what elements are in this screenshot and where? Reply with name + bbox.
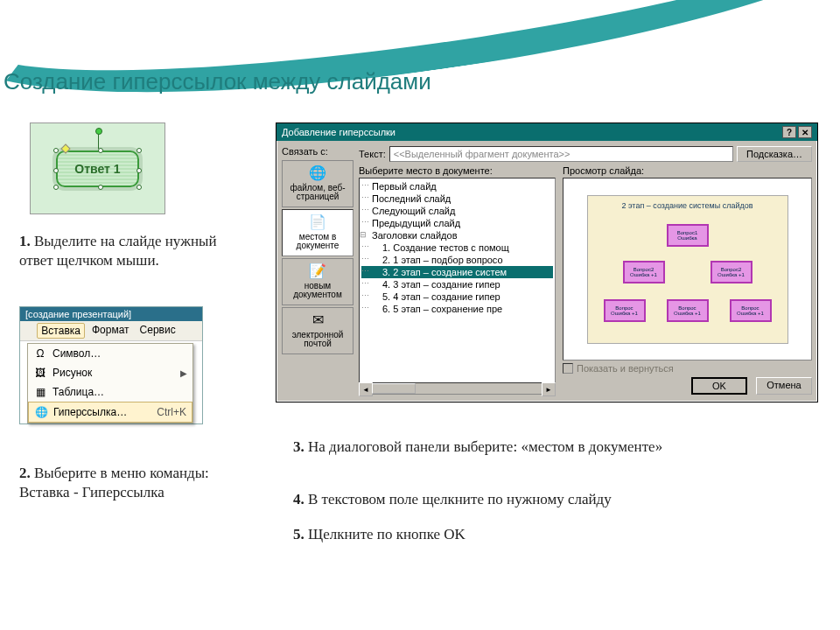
menu-format[interactable]: Формат bbox=[88, 323, 133, 339]
show-return-label: Показать и вернуться bbox=[577, 363, 674, 374]
tree-slide-item[interactable]: 2. 1 этап – подбор вопросо bbox=[361, 254, 553, 266]
page-title: Создание гиперссылок между слайдами bbox=[4, 68, 431, 95]
adjust-handle-icon bbox=[60, 144, 70, 153]
file-web-icon: 🌐 bbox=[309, 166, 326, 182]
slide-card: Вопрос2Ошибка +1 bbox=[623, 261, 665, 284]
symbol-icon: Ω bbox=[33, 346, 47, 360]
text-label: Текст: bbox=[359, 149, 386, 159]
app-titlebar: [создание презентаций] bbox=[20, 307, 202, 321]
dialog-title: Добавление гиперссылки bbox=[282, 127, 396, 137]
tree-slide-item[interactable]: 1. Создание тестов с помощ bbox=[361, 242, 553, 254]
insert-menu-screenshot: [создание презентаций] Вставка Формат Се… bbox=[19, 306, 203, 424]
nav-place-in-doc[interactable]: 📄 местом в документе bbox=[282, 209, 354, 256]
tree-slide-item[interactable]: 5. 4 этап – создание гипер bbox=[361, 290, 553, 303]
nav-email[interactable]: ✉ электронной почтой bbox=[282, 307, 354, 354]
ok-button[interactable]: OK bbox=[691, 377, 747, 395]
insert-dropdown: Ω Символ… 🖼 Рисунок ▶ ▦ Таблица… 🌐 Гипер… bbox=[27, 343, 193, 424]
place-in-doc-icon: 📄 bbox=[309, 215, 326, 231]
cancel-button[interactable]: Отмена bbox=[756, 377, 812, 395]
tree-node-first[interactable]: Первый слайд bbox=[361, 180, 553, 192]
menu-insert[interactable]: Вставка bbox=[37, 323, 85, 339]
resize-handle-icon bbox=[53, 185, 59, 190]
answer-shape: Ответ 1 bbox=[56, 150, 139, 187]
tree-h-scrollbar[interactable] bbox=[359, 382, 556, 395]
resize-handle-icon bbox=[98, 185, 103, 190]
menubar: Вставка Формат Сервис bbox=[20, 321, 202, 341]
preview-label: Просмотр слайда: bbox=[563, 165, 812, 176]
help-button[interactable]: ? bbox=[782, 126, 796, 138]
tree-slide-item-selected[interactable]: 3. 2 этап – создание систем bbox=[361, 266, 553, 278]
new-doc-icon: 📝 bbox=[309, 264, 326, 280]
place-tree[interactable]: Первый слайд Последний слайд Следующий с… bbox=[359, 178, 556, 383]
tree-label: Выберите место в документе: bbox=[359, 165, 556, 176]
email-icon: ✉ bbox=[309, 313, 326, 329]
step-1-text: 1. Выделите на слайде нужный ответ щелчк… bbox=[19, 232, 220, 270]
table-icon: ▦ bbox=[33, 385, 47, 399]
menu-item-table[interactable]: ▦ Таблица… bbox=[28, 382, 192, 402]
answer-shape-label: Ответ 1 bbox=[74, 162, 120, 176]
resize-handle-icon bbox=[98, 148, 103, 153]
resize-handle-icon bbox=[53, 168, 59, 173]
slide-card: Вопрос2Ошибка +1 bbox=[710, 261, 752, 284]
tree-slide-item[interactable]: 6. 5 этап – сохранение пре bbox=[361, 303, 553, 315]
step-2-text: 2. Выберите в меню команды: Вставка - Ги… bbox=[19, 464, 220, 502]
hyperlink-shortcut: Ctrl+K bbox=[157, 406, 186, 418]
link-to-label: Связать с: bbox=[282, 146, 354, 157]
slide-card: Вопрос1Ошибка bbox=[667, 224, 709, 247]
tree-node-headers[interactable]: Заголовки слайдов bbox=[361, 229, 553, 242]
globe-link-icon: 🌐 bbox=[34, 405, 48, 419]
tree-slide-item[interactable]: 4. 3 этап – создание гипер bbox=[361, 278, 553, 290]
menu-service[interactable]: Сервис bbox=[136, 323, 179, 339]
resize-handle-icon bbox=[136, 185, 142, 190]
step-3-text: 3. На диалоговой панели выберите: «место… bbox=[293, 438, 774, 457]
resize-handle-icon bbox=[136, 148, 142, 153]
tree-node-prev[interactable]: Предыдущий слайд bbox=[361, 217, 553, 229]
resize-handle-icon bbox=[136, 168, 142, 173]
rotate-handle-icon bbox=[95, 128, 102, 135]
menu-item-picture[interactable]: 🖼 Рисунок ▶ bbox=[28, 363, 192, 382]
menu-item-symbol[interactable]: Ω Символ… bbox=[28, 344, 192, 363]
tree-node-last[interactable]: Последний слайд bbox=[361, 192, 553, 205]
step-4-text: 4. В текстовом поле щелкните по нужному … bbox=[293, 490, 774, 509]
tree-node-next[interactable]: Следующий слайд bbox=[361, 205, 553, 217]
nav-new-doc[interactable]: 📝 новым документом bbox=[282, 258, 354, 305]
picture-icon: 🖼 bbox=[33, 366, 47, 380]
slide-thumbnail: 2 этап – создание системы слайдов Вопрос… bbox=[587, 195, 788, 344]
slide-card: ВопросОшибка +1 bbox=[730, 299, 772, 322]
close-button[interactable]: ✕ bbox=[798, 126, 812, 138]
slide-card: ВопросОшибка +1 bbox=[667, 299, 709, 322]
step-5-text: 5. Щелкните по кнопке OK bbox=[293, 525, 774, 544]
resize-handle-icon bbox=[53, 148, 59, 153]
show-return-checkbox[interactable] bbox=[563, 363, 573, 374]
scrollbar-thumb[interactable] bbox=[372, 383, 416, 394]
insert-hyperlink-dialog: Добавление гиперссылки ? ✕ Связать с: 🌐 … bbox=[276, 122, 818, 402]
screentip-button[interactable]: Подсказка… bbox=[737, 146, 812, 162]
text-to-display-field[interactable]: <<Выделенный фрагмент документа>> bbox=[389, 146, 733, 162]
slide-preview: 2 этап – создание системы слайдов Вопрос… bbox=[563, 178, 812, 360]
submenu-arrow-icon: ▶ bbox=[180, 368, 187, 378]
blank-menu[interactable] bbox=[24, 323, 33, 339]
nav-file-web[interactable]: 🌐 файлом, веб-страницей bbox=[282, 160, 354, 207]
dialog-titlebar: Добавление гиперссылки ? ✕ bbox=[276, 123, 817, 141]
slide-card: ВопросОшибка +1 bbox=[604, 299, 646, 322]
menu-item-hyperlink[interactable]: 🌐 Гиперссылка… Ctrl+K bbox=[28, 402, 192, 423]
slide-thumbnail-title: 2 этап – создание системы слайдов bbox=[588, 201, 788, 210]
selected-shape-screenshot: Ответ 1 bbox=[30, 122, 165, 214]
